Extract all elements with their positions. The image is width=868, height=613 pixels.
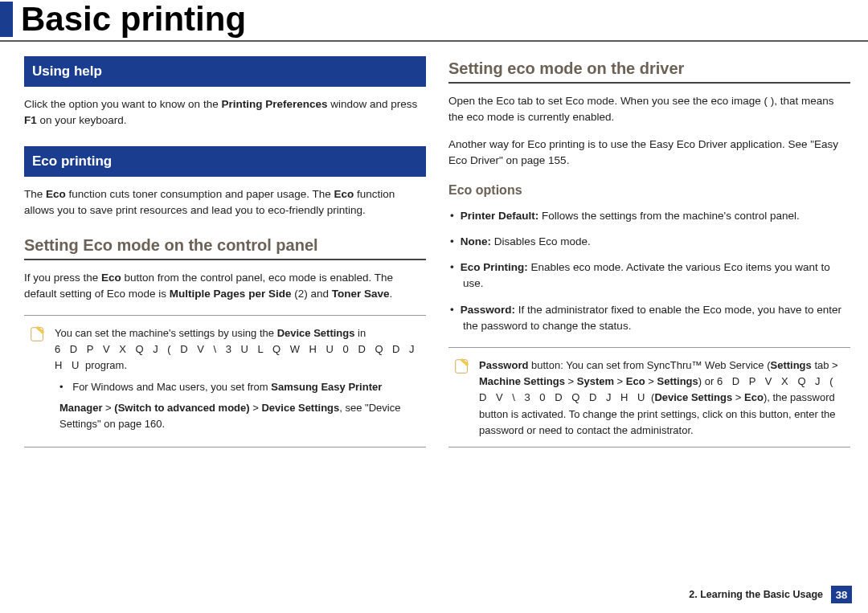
- note-body: You can set the machine's settings by us…: [55, 325, 421, 439]
- bold-text: Device Settings: [277, 327, 355, 339]
- footer: 2. Learning the Basic Usage 38: [689, 586, 852, 603]
- bold-text: Eco Printing:: [461, 261, 528, 273]
- bold-text: Password: [479, 359, 528, 371]
- bold-text: (Switch to advanced mode): [114, 402, 249, 414]
- bold-text: Printing Preferences: [221, 98, 327, 110]
- heading-eco-options: Eco options: [448, 181, 850, 200]
- page-title: Basic printing: [21, 2, 868, 37]
- text: If you press the: [24, 272, 101, 284]
- list-item: Printer Default: Follows the settings fr…: [448, 208, 850, 224]
- text: >: [614, 375, 626, 387]
- text: .: [389, 288, 392, 300]
- note-garbled-line: 6 D P V X Q J ( D V \ 3 U L Q W H U 0 D …: [55, 341, 421, 374]
- text: button: You can set from SyncThru™ Web S…: [528, 359, 770, 371]
- bold-text: Device Settings: [261, 402, 339, 414]
- text: in: [354, 327, 366, 339]
- bold-text: Eco: [46, 188, 66, 200]
- list-item: None: Disables Eco mode.: [448, 234, 850, 250]
- bold-text: Eco: [626, 375, 645, 387]
- bold-text: F1: [24, 114, 37, 126]
- driver-paragraph-1: Open the Eco tab to set Eco mode. When y…: [448, 93, 850, 126]
- eco-printing-paragraph: The Eco function cuts toner consumption …: [24, 186, 426, 219]
- bold-text: Samsung Easy Printer: [271, 381, 382, 393]
- text: function cuts toner consumption and pape…: [66, 188, 334, 200]
- text: >: [565, 375, 577, 387]
- bold-text: Eco: [101, 272, 121, 284]
- text: For Windows and Mac users, you set from: [72, 381, 271, 393]
- section-bar-eco-printing: Eco printing: [24, 146, 426, 177]
- list-item: For Windows and Mac users, you set from …: [55, 379, 421, 432]
- page-title-block: Basic printing: [0, 2, 868, 37]
- footer-section: 2. Learning the Basic Usage: [689, 589, 823, 600]
- bold-text: Multiple Pages per Side: [170, 288, 292, 300]
- left-column: Using help Click the option you want to …: [24, 56, 426, 447]
- bold-text: Toner Save: [332, 288, 390, 300]
- note-line: You can set the machine's settings by us…: [55, 325, 421, 341]
- text: >: [250, 402, 262, 414]
- note-bullet-list: For Windows and Mac users, you set from …: [55, 379, 421, 432]
- eco-options-list: Printer Default: Follows the settings fr…: [448, 208, 850, 335]
- text: Disables Eco mode.: [491, 235, 591, 247]
- heading-control-panel: Setting Eco mode on the control panel: [24, 233, 426, 257]
- text: on your keyboard.: [37, 114, 127, 126]
- text: ) or: [698, 375, 717, 387]
- text: The: [24, 188, 46, 200]
- note-box-left: You can set the machine's settings by us…: [24, 315, 426, 447]
- heading-rule: [24, 259, 426, 260]
- control-panel-paragraph: If you press the Eco button from the con…: [24, 270, 426, 303]
- bold-text: Printer Default:: [461, 210, 539, 222]
- heading-rule: [448, 82, 850, 84]
- bold-text: Eco: [744, 391, 764, 403]
- text: >: [732, 391, 744, 403]
- text: If the administrator fixed to enable the…: [463, 304, 841, 332]
- bold-text: Machine Settings: [479, 375, 565, 387]
- note-icon: [29, 325, 47, 343]
- content-columns: Using help Click the option you want to …: [0, 56, 868, 447]
- note-box-right: Password button: You can set from SyncTh…: [448, 347, 850, 447]
- bold-text: Settings: [657, 375, 698, 387]
- text: Click the option you want to know on the: [24, 98, 221, 110]
- text: program.: [82, 359, 127, 371]
- text: window and press: [327, 98, 417, 110]
- bold-text: Settings: [771, 359, 812, 371]
- heading-driver: Setting eco mode on the driver: [448, 56, 850, 80]
- bold-text: System: [577, 375, 614, 387]
- bold-text: Eco: [334, 188, 354, 200]
- list-item: Eco Printing: Enables eco mode. Activate…: [448, 260, 850, 292]
- bold-text: None:: [461, 235, 491, 247]
- text: >: [102, 402, 114, 414]
- bold-text: Device Settings: [654, 391, 732, 403]
- text: Follows the settings from the machine's …: [538, 210, 799, 222]
- using-help-paragraph: Click the option you want to know on the…: [24, 96, 426, 129]
- bold-text: Manager: [59, 402, 102, 414]
- text: (2) and: [291, 288, 331, 300]
- text: tab >: [812, 359, 838, 371]
- right-column: Setting eco mode on the driver Open the …: [448, 56, 850, 447]
- note-body: Password button: You can set from SyncTh…: [479, 358, 845, 439]
- text: >: [645, 375, 657, 387]
- list-item: Password: If the administrator fixed to …: [448, 302, 850, 335]
- driver-paragraph-2: Another way for Eco printing is to use t…: [448, 137, 850, 170]
- page-number: 38: [831, 586, 852, 603]
- text: You can set the machine's settings by us…: [55, 327, 277, 339]
- note-icon: [453, 358, 471, 375]
- section-bar-using-help: Using help: [24, 56, 426, 87]
- title-divider: [0, 40, 868, 42]
- bold-text: Password:: [461, 304, 515, 316]
